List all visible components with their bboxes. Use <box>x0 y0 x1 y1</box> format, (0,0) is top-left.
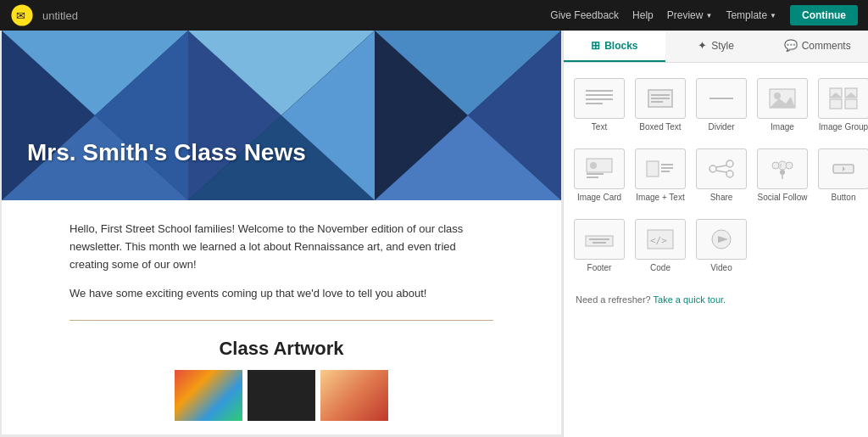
document-title: untitled <box>42 9 78 22</box>
video-block-icon <box>696 219 747 260</box>
svg-line-44 <box>716 165 726 167</box>
template-dropdown[interactable]: Template ▼ <box>726 9 776 21</box>
divider-block-icon <box>696 78 747 119</box>
svg-point-25 <box>774 92 781 99</box>
svg-rect-38 <box>661 164 673 165</box>
give-feedback-link[interactable]: Give Feedback <box>550 9 619 21</box>
block-social-follow[interactable]: f Social Follow <box>755 143 810 207</box>
quick-tour-text: Need a refresher? <box>576 294 651 305</box>
image-group-block-label: Image Group <box>819 122 868 132</box>
svg-point-47 <box>772 162 779 169</box>
svg-rect-56 <box>593 242 606 244</box>
intro-paragraph-1: Hello, First Street School families! Wel… <box>70 221 493 273</box>
svg-rect-30 <box>845 99 857 109</box>
text-block-icon <box>574 78 625 119</box>
svg-point-41 <box>726 160 733 167</box>
hero-section: Mrs. Smith's Class News <box>2 31 561 200</box>
svg-rect-21 <box>651 98 670 99</box>
blocks-tab-icon: ⊞ <box>591 39 600 52</box>
svg-rect-15 <box>586 90 613 92</box>
share-block-icon <box>696 148 747 189</box>
quick-tour-section: Need a refresher? Take a quick tour. <box>564 288 868 311</box>
svg-rect-37 <box>647 161 659 176</box>
footer-block-icon <box>574 219 625 260</box>
svg-rect-17 <box>586 98 613 100</box>
svg-rect-29 <box>830 99 842 109</box>
tab-style[interactable]: ✦ Style <box>665 31 767 62</box>
svg-rect-55 <box>589 238 609 240</box>
blocks-grid: Text Boxed Text Divider Image <box>564 63 868 288</box>
blocks-tab-label: Blocks <box>604 40 637 52</box>
comments-tab-icon: 💬 <box>784 39 798 52</box>
footer-block-label: Footer <box>587 263 612 272</box>
image-group-block-icon <box>818 78 868 119</box>
block-boxed-text[interactable]: Boxed Text <box>633 73 687 137</box>
topbar-left: ✉ untitled <box>10 3 78 27</box>
divider-block-label: Divider <box>708 122 734 132</box>
style-tab-icon: ✦ <box>698 39 707 52</box>
svg-text:✉: ✉ <box>16 10 25 22</box>
block-code[interactable]: </> Code <box>633 214 687 277</box>
template-chevron-icon: ▼ <box>770 12 776 20</box>
panel-tabs: ⊞ Blocks ✦ Style 💬 Comments <box>564 31 868 63</box>
image-block-label: Image <box>771 122 794 132</box>
intro-paragraph-2: We have some exciting events coming up t… <box>70 285 493 303</box>
quick-tour-link[interactable]: Take a quick tour. <box>654 294 726 305</box>
mailchimp-logo-icon: ✉ <box>10 3 34 27</box>
hero-background <box>2 31 561 200</box>
block-button[interactable]: Button <box>816 143 868 207</box>
block-text[interactable]: Text <box>572 73 626 137</box>
image-block-icon <box>757 78 808 119</box>
block-image-group[interactable]: Image Group <box>816 73 868 137</box>
svg-rect-40 <box>661 171 670 172</box>
tab-comments[interactable]: 💬 Comments <box>766 31 868 62</box>
help-link[interactable]: Help <box>632 9 654 21</box>
email-canvas[interactable]: Mrs. Smith's Class News Hello, First Str… <box>0 31 563 437</box>
tab-blocks[interactable]: ⊞ Blocks <box>564 31 665 62</box>
artwork-thumb-3 <box>320 370 388 421</box>
button-block-icon <box>818 148 868 189</box>
style-tab-label: Style <box>711 40 734 52</box>
svg-rect-35 <box>587 176 598 178</box>
artwork-thumb-1 <box>175 370 242 421</box>
svg-point-36 <box>590 162 597 169</box>
code-block-icon: </> <box>635 219 686 260</box>
block-image-card[interactable]: Image Card <box>572 143 626 207</box>
svg-point-42 <box>709 165 716 172</box>
svg-rect-54 <box>586 236 613 246</box>
block-image[interactable]: Image <box>755 73 810 137</box>
button-block-label: Button <box>832 193 856 202</box>
block-video[interactable]: Video <box>694 214 748 277</box>
svg-rect-22 <box>651 101 663 103</box>
artwork-thumbnails <box>70 370 493 421</box>
canvas-inner: Mrs. Smith's Class News Hello, First Str… <box>2 31 561 434</box>
preview-dropdown[interactable]: Preview ▼ <box>667 9 713 21</box>
main-layout: Mrs. Smith's Class News Hello, First Str… <box>0 31 868 437</box>
artwork-thumb-2 <box>248 370 315 421</box>
block-share[interactable]: Share <box>694 143 748 207</box>
svg-point-50 <box>780 170 785 175</box>
image-text-block-label: Image + Text <box>636 193 684 202</box>
block-image-text[interactable]: Image + Text <box>633 143 687 207</box>
block-divider[interactable]: Divider <box>694 73 748 137</box>
topbar: ✉ untitled Give Feedback Help Preview ▼ … <box>0 0 868 31</box>
svg-point-48 <box>786 162 793 169</box>
svg-rect-34 <box>587 173 604 175</box>
text-block-label: Text <box>592 122 607 132</box>
code-block-label: Code <box>650 263 670 272</box>
boxed-text-block-icon <box>635 78 686 119</box>
svg-line-45 <box>716 171 726 172</box>
social-follow-block-label: Social Follow <box>758 193 808 202</box>
svg-point-43 <box>726 171 733 177</box>
svg-rect-18 <box>586 103 603 104</box>
comments-tab-label: Comments <box>802 40 851 52</box>
image-card-block-label: Image Card <box>577 193 621 202</box>
social-follow-block-icon: f <box>757 148 808 189</box>
share-block-label: Share <box>710 193 733 202</box>
svg-rect-39 <box>661 167 673 169</box>
svg-rect-20 <box>651 94 670 96</box>
svg-rect-16 <box>586 94 613 96</box>
block-footer[interactable]: Footer <box>572 214 626 277</box>
image-text-block-icon <box>635 148 686 189</box>
continue-button[interactable]: Continue <box>790 5 858 25</box>
